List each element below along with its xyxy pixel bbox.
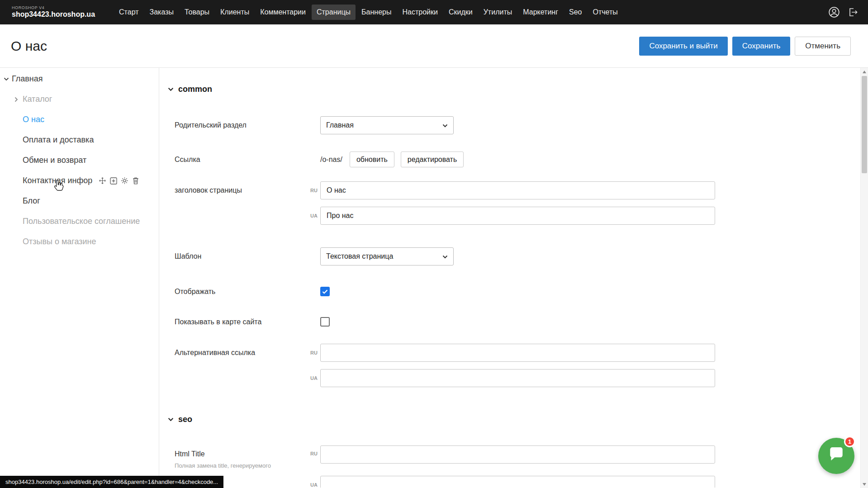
header-actions: Сохранить и выйти Сохранить Отменить [639, 37, 851, 56]
html-title-ua-input[interactable] [320, 476, 715, 488]
settings-icon[interactable] [121, 177, 128, 185]
body: Главная Каталог О нас Оплата и доставка … [0, 67, 868, 488]
lang-badge-ru: RU [304, 188, 318, 193]
tree-item-oplata-i-dostavka[interactable]: Оплата и доставка [0, 130, 159, 150]
page-title-ru-input[interactable] [320, 181, 715, 199]
topbar: HOROSHOP V4 shop34423.horoshop.ua Старт … [0, 0, 868, 24]
section-title: common [178, 85, 212, 94]
cancel-button[interactable]: Отменить [795, 37, 851, 56]
tree-item-o-nas[interactable]: О нас [0, 109, 159, 130]
field-html-title-ua: UA [168, 476, 868, 488]
nav-discounts[interactable]: Скидки [444, 5, 478, 20]
field-parent-section: Родительский раздел Главная [168, 116, 868, 134]
edit-form: common Родительский раздел Главная Ссылк… [159, 68, 868, 488]
move-icon[interactable] [99, 177, 106, 185]
chevron-down-icon [168, 87, 174, 91]
save-and-exit-button[interactable]: Сохранить и выйти [639, 37, 727, 56]
field-link: Ссылка /o-nas/ обновить редактировать [168, 152, 868, 167]
link-refresh-button[interactable]: обновить [350, 152, 394, 167]
tree-item-label: О нас [23, 115, 44, 124]
logout-icon[interactable] [847, 7, 858, 18]
lang-badge-ru: RU [304, 445, 318, 456]
field-label: Показывать в карте сайта [175, 318, 304, 326]
lang-badge-ru: RU [304, 350, 318, 355]
field-label: Html Title [175, 450, 304, 458]
tree-item-polzovatelskoe-soglashenie[interactable]: Пользовательское соглашение [0, 211, 159, 232]
chat-widget-button[interactable]: 1 [818, 438, 854, 474]
tree-item-obmen-i-vozvrat[interactable]: Обмен и возврат [0, 150, 159, 171]
tree-item-label: Пользовательское соглашение [23, 217, 140, 226]
nav-utilities[interactable]: Утилиты [479, 5, 517, 20]
nav-comments[interactable]: Комментарии [255, 5, 311, 20]
scrollbar-thumb[interactable] [862, 76, 867, 173]
scroll-up-arrow[interactable] [861, 68, 868, 76]
chevron-down-icon[interactable] [4, 77, 9, 81]
account-icon[interactable] [828, 6, 840, 18]
add-icon[interactable] [110, 177, 117, 185]
link-edit-button[interactable]: редактировать [401, 152, 464, 167]
brand: HOROSHOP V4 shop34423.horoshop.ua [12, 6, 95, 18]
tree-item-label: Оплата и доставка [23, 135, 94, 145]
nav-clients[interactable]: Клиенты [215, 5, 254, 20]
brand-version: HOROSHOP V4 [12, 6, 95, 10]
tree-item-label: Главная [12, 74, 43, 84]
sitemap-checkbox[interactable] [320, 317, 330, 327]
nav-pages[interactable]: Страницы [312, 5, 356, 20]
lang-badge-ua: UA [304, 482, 318, 488]
tree-item-katalog[interactable]: Каталог [0, 89, 159, 109]
nav-products[interactable]: Товары [180, 5, 214, 20]
vertical-scrollbar[interactable] [860, 68, 868, 488]
lang-badge-ua: UA [304, 213, 318, 218]
brand-domain: shop34423.horoshop.ua [12, 10, 95, 19]
display-checkbox[interactable] [320, 287, 330, 296]
tree-item-label: Блог [23, 196, 40, 206]
topbar-right [828, 6, 858, 18]
tree-item-label: Отзывы о магазине [23, 237, 96, 246]
nav-marketing[interactable]: Маркетинг [518, 5, 563, 20]
nav-reports[interactable]: Отчеты [588, 5, 623, 20]
field-label: Родительский раздел [175, 121, 304, 129]
nav-banners[interactable]: Баннеры [356, 5, 396, 20]
tree-item-kontaktnaya-informaciya[interactable]: Контактная инфор [0, 171, 159, 191]
chevron-right-icon[interactable] [14, 97, 20, 102]
html-title-ru-input[interactable] [320, 445, 715, 464]
delete-icon[interactable] [132, 177, 139, 185]
link-status-bar: shop34423.horoshop.ua/edit/edit.php?id=6… [0, 476, 223, 488]
tree-item-blog[interactable]: Блог [0, 191, 159, 211]
parent-section-select[interactable]: Главная [320, 116, 454, 134]
chevron-down-icon [442, 252, 448, 261]
lang-badge-ua: UA [304, 375, 318, 381]
field-label: Шаблон [175, 252, 304, 261]
page-title-ua-input[interactable] [320, 207, 715, 225]
template-select[interactable]: Текстовая страница [320, 247, 454, 265]
nav-start[interactable]: Старт [114, 5, 143, 20]
field-page-title-ru: заголовок страницы RU [168, 181, 868, 199]
status-url: shop34423.horoshop.ua/edit/edit.php?id=6… [5, 479, 218, 485]
field-label: Ссылка [175, 156, 304, 164]
field-alt-link-ru: Альтернативная ссылка RU [168, 344, 868, 362]
alt-link-ru-input[interactable] [320, 344, 715, 362]
section-seo-toggle[interactable]: seo [168, 414, 868, 424]
nav-orders[interactable]: Заказы [145, 5, 179, 20]
select-value: Текстовая страница [326, 252, 393, 261]
tree-item-otzyvy-o-magazine[interactable]: Отзывы о магазине [0, 232, 159, 252]
tree-item-label: Обмен и возврат [23, 156, 86, 165]
section-common-toggle[interactable]: common [168, 84, 868, 94]
page-title: О нас [11, 38, 47, 54]
alt-link-ua-input[interactable] [320, 369, 715, 387]
field-sitemap: Показывать в карте сайта [168, 317, 868, 327]
chevron-down-icon [442, 121, 448, 129]
field-label: заголовок страницы [175, 186, 304, 194]
tree-item-glavnaya[interactable]: Главная [0, 69, 159, 89]
app-window: HOROSHOP V4 shop34423.horoshop.ua Старт … [0, 0, 868, 488]
tree-item-label: Каталог [23, 95, 52, 104]
section-title: seo [178, 415, 192, 424]
nav-seo[interactable]: Seo [564, 5, 587, 20]
pages-tree-sidebar: Главная Каталог О нас Оплата и доставка … [0, 68, 159, 488]
field-label: Отображать [175, 288, 304, 296]
field-alt-link-ua: UA [168, 369, 868, 387]
scroll-down-arrow[interactable] [861, 480, 868, 488]
save-button[interactable]: Сохранить [732, 37, 790, 56]
nav-settings[interactable]: Настройки [397, 5, 442, 20]
chat-unread-badge: 1 [844, 436, 855, 447]
